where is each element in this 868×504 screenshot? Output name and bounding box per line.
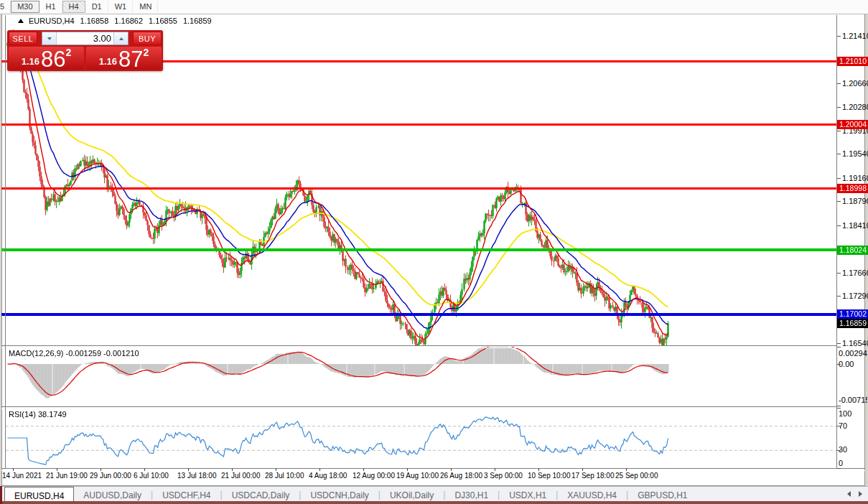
time-axis-tick	[582, 468, 583, 471]
quote-low: 1.16855	[149, 17, 177, 25]
time-axis-tick	[495, 468, 495, 471]
price-tick	[837, 273, 841, 274]
rsi-tick	[837, 408, 841, 409]
macd-axis-label: 0.002947	[839, 349, 867, 358]
time-axis-tick	[319, 468, 320, 471]
price-badge-1.20004: 1.20004	[837, 120, 868, 129]
time-axis-tick	[276, 468, 276, 471]
rsi-indicator-canvas	[6, 408, 836, 468]
timeframe-button-mn[interactable]: MN	[133, 1, 158, 13]
time-axis-label: 21 Jun 19:00	[46, 472, 88, 480]
macd-tick	[837, 347, 841, 347]
chart-info-line: EURUSD,H4 1.16858 1.16862 1.16855 1.1685…	[18, 17, 218, 25]
price-badge-1.18998: 1.18998	[837, 184, 868, 193]
volume-increase-button[interactable]	[113, 32, 128, 45]
plot-left-border	[5, 15, 6, 468]
macd-label: MACD(12,26,9) -0.001259 -0.001210	[9, 349, 139, 358]
time-axis-tick	[232, 468, 233, 471]
macd-axis-label: 0.00	[839, 360, 867, 368]
tabbar-left-edge	[0, 486, 2, 504]
time-axis-label: 25 Sep 00:00	[615, 472, 658, 480]
price-tick	[837, 201, 841, 202]
sell-price-box[interactable]: 1.16 86 2	[9, 47, 84, 70]
price-tick-label: 1.17660	[842, 269, 868, 277]
window-bottom-edge	[0, 501, 868, 504]
time-axis-tick	[451, 468, 452, 471]
price-tick-label: 1.20280	[842, 103, 868, 111]
time-axis-label: 13 Jul 18:00	[177, 472, 217, 480]
price-tick-label: 1.19160	[842, 174, 868, 182]
price-badge-1.16859: 1.16859	[837, 319, 868, 328]
price-badge-1.21010: 1.21010	[837, 57, 868, 66]
price-badge-1.18024: 1.18024	[837, 246, 868, 255]
spinner-down-icon	[47, 37, 52, 40]
timeframe-button-m30[interactable]: M30	[11, 1, 39, 13]
buy-price-box[interactable]: 1.16 87 2	[86, 47, 162, 70]
price-tick	[837, 107, 841, 108]
time-axis-label: 10 Sep 10:00	[528, 472, 571, 480]
horizontal-level-line-1.18024	[1, 248, 836, 251]
rsi-tick	[837, 450, 841, 451]
time-axis-label: 19 Aug 10:00	[396, 472, 439, 480]
mt4-window: 5M30H1H4D1W1MN EURUSD,H4 1.16858 1.16862…	[0, 0, 868, 504]
spinner-up-icon	[119, 37, 123, 40]
price-badge-1.17002: 1.17002	[837, 309, 868, 319]
rsi-tick	[837, 426, 841, 426]
price-tick	[837, 343, 841, 344]
tab-scroll-left-icon[interactable]	[847, 491, 851, 497]
timeframe-button-h1[interactable]: H1	[39, 1, 62, 13]
price-tick-label: 1.17290	[842, 291, 868, 300]
time-axis-tick	[101, 468, 101, 471]
timeframe-button-w1[interactable]: W1	[108, 1, 134, 13]
time-axis-label: 14 Jun 2021	[2, 472, 42, 480]
rsi-axis-label: 0	[839, 459, 843, 467]
volume-decrease-button[interactable]	[42, 32, 57, 45]
tab-scroll-right-icon[interactable]	[859, 491, 862, 497]
time-axis-label: 6 Jul 10:00	[134, 472, 169, 480]
main-macd-separator[interactable]	[1, 345, 836, 348]
sell-price-prefix: 1.16	[22, 56, 39, 67]
timeframe-button-d1[interactable]: D1	[85, 1, 108, 13]
horizontal-level-line-1.17002	[1, 313, 836, 316]
buy-price-pipette: 2	[144, 47, 149, 58]
time-axis-label: 12 Aug 00:00	[353, 472, 395, 480]
rsi-label: RSI(14) 38.1749	[9, 410, 67, 419]
quote-open: 1.16858	[80, 17, 109, 25]
price-tick	[837, 178, 841, 179]
sell-price-pipette: 2	[66, 47, 72, 58]
price-tick-label: 1.18790	[842, 197, 868, 205]
time-axis-tick	[538, 468, 539, 471]
buy-price-prefix: 1.16	[99, 56, 117, 67]
timeframe-toolbar: 5M30H1H4D1W1MN	[0, 0, 868, 14]
price-tick	[837, 154, 841, 154]
time-axis-tick	[626, 468, 627, 471]
time-axis-label: 21 Jul 00:00	[221, 472, 261, 480]
macd-tick	[837, 364, 841, 365]
time-axis-tick	[363, 468, 364, 471]
time-axis-tick	[57, 468, 57, 471]
time-axis-label: 26 Aug 18:00	[440, 472, 482, 480]
time-axis-tick	[13, 468, 14, 471]
timeframe-button-5[interactable]: 5	[0, 1, 11, 13]
macd-axis-label: -0.007151	[839, 396, 867, 404]
quote-close: 1.16859	[183, 17, 212, 25]
timeframe-button-h4[interactable]: H4	[62, 1, 85, 13]
timeframe-buttons: 5M30H1H4D1W1MN	[0, 0, 158, 14]
rsi-timeaxis-separator	[1, 468, 865, 471]
one-click-trading-panel: SELL BUY 1.16 86 2 1.16 87 2	[7, 30, 163, 71]
macd-tick	[837, 406, 841, 406]
macd-rsi-separator[interactable]	[1, 406, 836, 409]
price-tick	[837, 83, 841, 84]
price-tick-label: 1.21410	[842, 32, 868, 40]
volume-input[interactable]	[57, 32, 113, 45]
buy-button[interactable]: BUY	[133, 32, 162, 45]
collapse-triangle-icon[interactable]	[18, 19, 24, 23]
price-tick	[837, 225, 841, 226]
time-axis-label: 17 Sep 18:00	[571, 472, 615, 480]
price-tick	[837, 131, 841, 131]
chart-symbol-label: EURUSD,H4	[29, 17, 75, 25]
sell-price-big: 86	[41, 50, 65, 69]
price-tick-label: 1.19540	[842, 149, 868, 158]
price-tick-label: 1.16540	[842, 339, 868, 347]
sell-button[interactable]: SELL	[9, 32, 37, 45]
